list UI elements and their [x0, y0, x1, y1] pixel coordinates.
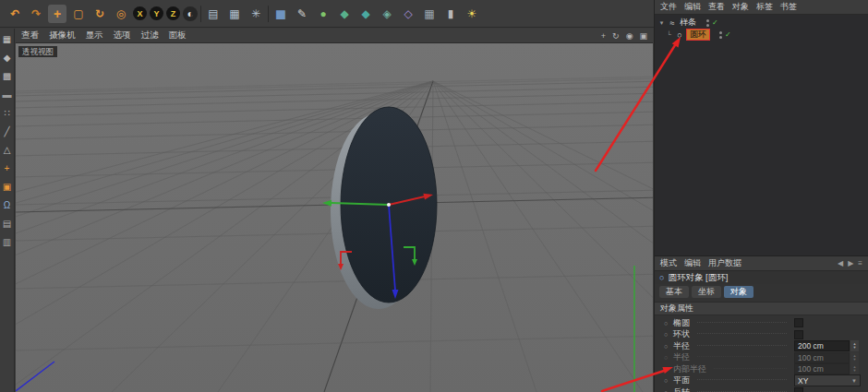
rotate-tool-icon[interactable]: ↻	[90, 5, 109, 23]
volume-builder-icon[interactable]: ◆	[356, 5, 375, 23]
am-object-title: 圆环对象 [圆环]	[668, 272, 728, 284]
am-menu-mode[interactable]: 模式	[660, 257, 677, 269]
ring-checkbox[interactable]	[794, 330, 803, 339]
deformer-icon[interactable]: ◇	[399, 5, 417, 23]
reverse-checkbox[interactable]	[794, 387, 803, 392]
keyframe-ring-icon[interactable]: ○	[662, 331, 669, 338]
spline-pen-icon[interactable]: ✎	[293, 5, 311, 23]
workplane-mode-icon[interactable]: ▬	[1, 89, 13, 101]
primitive-cube-icon[interactable]: ◼	[271, 5, 290, 23]
leader-dots	[697, 321, 787, 323]
content-browser-icon[interactable]: ▤	[1, 218, 13, 230]
circle-spline-icon[interactable]: ○	[675, 30, 684, 40]
light-icon[interactable]: ☀	[463, 5, 481, 23]
coordinate-system-icon[interactable]: ◐	[183, 6, 198, 21]
leader-dots	[697, 344, 787, 346]
keyframe-ring-icon[interactable]: ○	[662, 343, 669, 350]
object-name-spline[interactable]: 样条	[680, 18, 696, 28]
leader-dots	[697, 332, 787, 334]
orbit-view-icon[interactable]: ↻	[612, 31, 620, 41]
subdivision-surface-icon[interactable]: ●	[314, 5, 332, 23]
axis-lock-y-button[interactable]: Y	[150, 6, 163, 20]
om-menu-view[interactable]: 查看	[708, 1, 725, 13]
object-name-circle[interactable]: 圆环	[687, 30, 709, 40]
object-row-spline[interactable]: ▾ ≈ 样条 ✓	[655, 17, 868, 29]
viewport-menu-display[interactable]: 显示	[86, 30, 103, 42]
fields-icon[interactable]: ◈	[378, 5, 396, 23]
am-panel-menu-icon[interactable]: ≡	[858, 259, 862, 267]
viewport-menu-panel[interactable]: 面板	[169, 30, 187, 42]
camera-icon[interactable]: ▮	[441, 5, 460, 23]
tab-basic[interactable]: 基本	[659, 286, 689, 298]
property-row-ring: ○ 环状	[662, 329, 862, 341]
enable-axis-icon[interactable]: +	[1, 162, 13, 174]
expand-toggle-icon[interactable]: ▾	[658, 19, 665, 27]
separator	[268, 6, 269, 22]
axis-lock-x-button[interactable]: X	[133, 6, 147, 20]
property-label: 半径	[673, 351, 690, 363]
texture-mode-icon[interactable]: ▩	[1, 70, 13, 82]
circle-object[interactable]	[331, 107, 437, 309]
radius-b-input: 100 cm	[794, 352, 850, 363]
radius-input[interactable]: 200 cm	[794, 340, 850, 351]
property-rows: ○ 椭圆 ○ 环状 ○ 半径 200 cm	[655, 315, 868, 392]
render-picture-viewer-icon[interactable]: ▦	[225, 5, 244, 23]
viewport-menu-options[interactable]: 选项	[114, 30, 131, 42]
spline-object-icon[interactable]: ≈	[668, 18, 677, 28]
ellipse-checkbox[interactable]	[794, 318, 803, 327]
layer-icon[interactable]: ▥	[1, 236, 13, 248]
history-forward-icon[interactable]: ▶	[848, 259, 853, 267]
history-back-icon[interactable]: ◀	[838, 259, 843, 267]
keyframe-ring-icon[interactable]: ○	[662, 377, 669, 384]
am-menu-edit[interactable]: 编辑	[684, 257, 701, 269]
object-row-circle[interactable]: └ ○ 圆环 ✓	[655, 29, 868, 41]
last-tool-icon[interactable]: ◎	[112, 5, 130, 23]
tab-object[interactable]: 对象	[724, 286, 753, 298]
viewport-menu-cameras[interactable]: 摄像机	[49, 30, 76, 42]
am-menu-userdata[interactable]: 用户数据	[708, 257, 741, 269]
viewport-view-label[interactable]: 透视视图	[18, 46, 57, 57]
property-label: 平面	[673, 374, 690, 386]
om-menu-file[interactable]: 文件	[660, 1, 677, 13]
scale-tool-icon[interactable]: ▢	[69, 5, 88, 23]
render-view-icon[interactable]: ▤	[204, 5, 223, 23]
pan-view-icon[interactable]: +	[601, 31, 606, 41]
axis-lock-z-button[interactable]: Z	[166, 6, 180, 20]
render-settings-icon[interactable]: ✳	[247, 5, 265, 23]
am-history-controls: ◀ ▶ ≡	[838, 259, 862, 267]
plane-dropdown[interactable]: XY ▼	[794, 374, 861, 386]
object-properties-section-header: 对象属性	[655, 302, 868, 315]
tab-coordinates[interactable]: 坐标	[692, 286, 721, 298]
om-menu-objects[interactable]: 对象	[732, 1, 749, 13]
enable-check-icon[interactable]: ✓	[712, 19, 718, 27]
zoom-view-icon[interactable]: ◉	[626, 31, 633, 41]
maximize-view-icon[interactable]: ▣	[639, 31, 647, 41]
convert-editable-icon[interactable]: ▦	[1, 33, 13, 45]
model-mode-icon[interactable]: ◆	[1, 52, 13, 64]
visibility-dots[interactable]	[719, 31, 722, 39]
visibility-dots[interactable]	[706, 19, 709, 27]
polygons-mode-icon[interactable]: △	[1, 144, 13, 156]
viewport-menu-view[interactable]: 查看	[21, 30, 39, 42]
leader-dots	[697, 378, 787, 380]
gizmo-center-handle[interactable]	[387, 203, 391, 207]
viewport-menu-filter[interactable]: 过滤	[141, 30, 159, 42]
redo-icon[interactable]: ↷	[27, 5, 45, 23]
move-tool-icon[interactable]: +	[48, 5, 66, 23]
om-menu-tags[interactable]: 标签	[756, 1, 773, 13]
edges-mode-icon[interactable]: ╱	[1, 125, 13, 137]
perspective-viewport: 查看 摄像机 显示 选项 过滤 面板 + ↻ ◉ ▣	[16, 29, 653, 392]
keyframe-ring-icon[interactable]: ○	[662, 320, 669, 327]
texture-axis-icon[interactable]: ▣	[1, 181, 13, 193]
viewport-canvas[interactable]: 透视视图	[16, 43, 653, 392]
radius-stepper[interactable]: ▲▼	[850, 340, 859, 351]
om-menu-bookmarks[interactable]: 书签	[780, 1, 797, 13]
environment-icon[interactable]: ▦	[420, 5, 439, 23]
property-label: 半径	[673, 340, 690, 352]
enable-check-icon[interactable]: ✓	[725, 31, 731, 39]
undo-icon[interactable]: ↶	[6, 5, 24, 23]
snap-settings-icon[interactable]: Ω	[1, 199, 13, 211]
om-menu-edit[interactable]: 编辑	[684, 1, 701, 13]
extrude-generator-icon[interactable]: ◆	[335, 5, 354, 23]
points-mode-icon[interactable]: ∷	[1, 107, 13, 119]
